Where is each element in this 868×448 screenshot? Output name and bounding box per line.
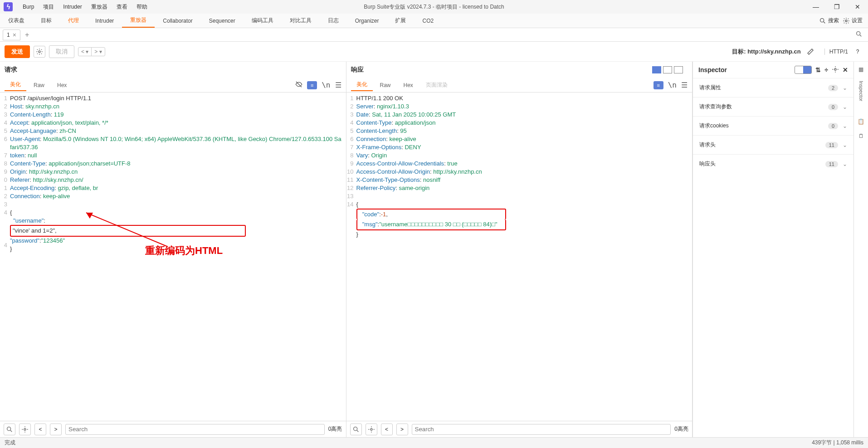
menu-repeater[interactable]: 重放器 bbox=[87, 3, 112, 11]
send-button[interactable]: 发送 bbox=[5, 45, 30, 58]
tool-organizer[interactable]: Organizer bbox=[347, 14, 387, 28]
tool-sequencer[interactable]: Sequencer bbox=[201, 14, 244, 28]
req-config-icon[interactable] bbox=[19, 424, 31, 435]
tool-target[interactable]: 目标 bbox=[33, 14, 60, 28]
svg-point-5 bbox=[39, 51, 40, 53]
svg-point-3 bbox=[857, 31, 860, 35]
tool-co2[interactable]: CO2 bbox=[414, 14, 442, 28]
search-icon bbox=[819, 17, 826, 24]
rail-notes-icon[interactable]: 🗒 bbox=[858, 133, 864, 139]
maximize-button[interactable]: ❐ bbox=[826, 3, 847, 10]
repeater-tab-1[interactable]: 1 × bbox=[3, 29, 20, 40]
svg-line-1 bbox=[824, 22, 825, 23]
resp-newline-icon[interactable]: \n bbox=[668, 81, 677, 89]
menu-view[interactable]: 查看 bbox=[112, 3, 132, 11]
req-tab-pretty[interactable]: 美化 bbox=[5, 79, 26, 91]
tool-repeater[interactable]: 重放器 bbox=[122, 14, 155, 28]
menu-intruder[interactable]: Intruder bbox=[59, 4, 86, 10]
resp-menu-icon[interactable]: ☰ bbox=[681, 81, 688, 89]
repeater-subtabs: 1 × + bbox=[0, 28, 868, 42]
svg-line-13 bbox=[357, 430, 358, 432]
help-icon[interactable]: ? bbox=[852, 46, 863, 58]
status-right: 439字节 | 1,058 millis bbox=[812, 439, 863, 447]
app-logo: ϟ bbox=[4, 2, 13, 11]
status-bar: 完成 439字节 | 1,058 millis bbox=[0, 437, 868, 448]
tool-proxy[interactable]: 代理 bbox=[60, 14, 87, 28]
resp-tab-pretty[interactable]: 美化 bbox=[351, 79, 373, 91]
global-search[interactable]: 搜索 bbox=[819, 17, 839, 24]
rail-inspector-label: Inspector bbox=[858, 81, 864, 101]
settings-button[interactable] bbox=[34, 46, 45, 58]
tool-intruder[interactable]: Intruder bbox=[87, 14, 122, 28]
layout-split-v[interactable] bbox=[663, 66, 672, 73]
inspector-panel: Inspector ⇅ ÷ ✕ 请求属性2⌄请求查询参数0⌄请求cookies0… bbox=[692, 62, 853, 437]
svg-point-12 bbox=[353, 427, 357, 430]
cancel-button[interactable]: 取消 bbox=[49, 45, 74, 58]
tool-collab[interactable]: Collaborator bbox=[155, 14, 200, 28]
req-search-input[interactable] bbox=[65, 424, 325, 435]
rail-clipboard-icon[interactable]: 📋 bbox=[858, 118, 864, 125]
rail-inspector-icon[interactable]: ▦ bbox=[858, 66, 863, 73]
req-next-icon[interactable]: > bbox=[50, 424, 62, 435]
layout-split-h[interactable] bbox=[652, 66, 661, 73]
resp-config-icon[interactable] bbox=[366, 424, 377, 435]
annotation-text: 重新编码为HTML bbox=[145, 247, 223, 255]
req-tab-hex[interactable]: Hex bbox=[52, 80, 72, 90]
resp-tab-hex[interactable]: Hex bbox=[398, 80, 419, 90]
tool-comparer[interactable]: 对比工具 bbox=[282, 14, 320, 28]
add-tab-button[interactable]: + bbox=[20, 31, 34, 39]
inspector-row[interactable]: 请求查询参数0⌄ bbox=[693, 97, 853, 116]
inspector-row[interactable]: 响应头11⌄ bbox=[693, 154, 853, 173]
global-settings[interactable]: 设置 bbox=[843, 17, 863, 24]
chip-icon[interactable]: ≡ bbox=[307, 81, 317, 89]
tool-logger[interactable]: 日志 bbox=[320, 14, 347, 28]
menu-burp[interactable]: Burp bbox=[18, 4, 39, 10]
inspector-row[interactable]: 请求头11⌄ bbox=[693, 135, 853, 154]
layout-single[interactable] bbox=[674, 66, 683, 73]
hide-icon[interactable] bbox=[295, 81, 302, 90]
edit-target-icon[interactable] bbox=[805, 46, 816, 58]
gear-icon bbox=[36, 48, 43, 55]
svg-line-10 bbox=[10, 430, 12, 432]
layout-toggle bbox=[652, 66, 683, 73]
inspector-expand-icon[interactable]: ⇅ bbox=[815, 66, 821, 73]
resp-next-icon[interactable]: > bbox=[396, 424, 408, 435]
req-search-icon[interactable] bbox=[4, 424, 15, 435]
newline-icon[interactable]: \n bbox=[322, 81, 330, 89]
tab-search-icon[interactable] bbox=[855, 30, 868, 39]
inspector-close-icon[interactable]: ✕ bbox=[843, 66, 848, 73]
svg-point-2 bbox=[845, 20, 847, 22]
tool-extensions[interactable]: 扩展 bbox=[387, 14, 414, 28]
resp-search-icon[interactable] bbox=[350, 424, 362, 435]
inspector-gear-icon[interactable] bbox=[832, 66, 839, 74]
tool-dashboard[interactable]: 仪表盘 bbox=[0, 14, 33, 28]
minimize-button[interactable]: — bbox=[805, 3, 826, 10]
resp-chip-icon[interactable]: ≡ bbox=[653, 81, 663, 89]
resp-tab-raw[interactable]: Raw bbox=[375, 80, 396, 90]
req-tab-raw[interactable]: Raw bbox=[28, 80, 50, 90]
resp-prev-icon[interactable]: < bbox=[381, 424, 393, 435]
history-fwd[interactable]: > ▾ bbox=[91, 48, 104, 56]
resp-tab-render[interactable]: 页面渲染 bbox=[420, 79, 453, 91]
inspector-layout-seg[interactable] bbox=[795, 66, 812, 74]
response-editor[interactable]: 1234567891011121314 HTTP/1.1 200 OKServe… bbox=[346, 93, 692, 421]
close-window-button[interactable]: ✕ bbox=[847, 3, 868, 10]
svg-point-0 bbox=[820, 18, 824, 22]
tool-decoder[interactable]: 编码工具 bbox=[244, 14, 282, 28]
menu-project[interactable]: 项目 bbox=[39, 3, 59, 11]
request-editor[interactable]: 123456789012344 POST /api/user/login HTT… bbox=[0, 93, 346, 421]
menu-icon[interactable]: ☰ bbox=[335, 81, 341, 89]
req-prev-icon[interactable]: < bbox=[34, 424, 46, 435]
tool-tabbar: 仪表盘 目标 代理 Intruder 重放器 Collaborator Sequ… bbox=[0, 14, 868, 28]
resp-search-input[interactable] bbox=[412, 424, 671, 435]
menu-help[interactable]: 帮助 bbox=[132, 3, 152, 11]
inspector-row[interactable]: 请求cookies0⌄ bbox=[693, 116, 853, 135]
history-back[interactable]: < ▾ bbox=[78, 48, 91, 56]
inspector-collapse-icon[interactable]: ÷ bbox=[824, 66, 828, 73]
close-tab-icon[interactable]: × bbox=[13, 31, 16, 39]
svg-line-4 bbox=[860, 35, 861, 36]
response-pane: 响应 美化 Raw Hex 页面渲染 ≡ \n ☰ 1234567 bbox=[346, 62, 693, 437]
http-version[interactable]: HTTP/1 bbox=[824, 49, 848, 55]
inspector-row[interactable]: 请求属性2⌄ bbox=[693, 78, 853, 97]
svg-point-14 bbox=[371, 429, 372, 430]
